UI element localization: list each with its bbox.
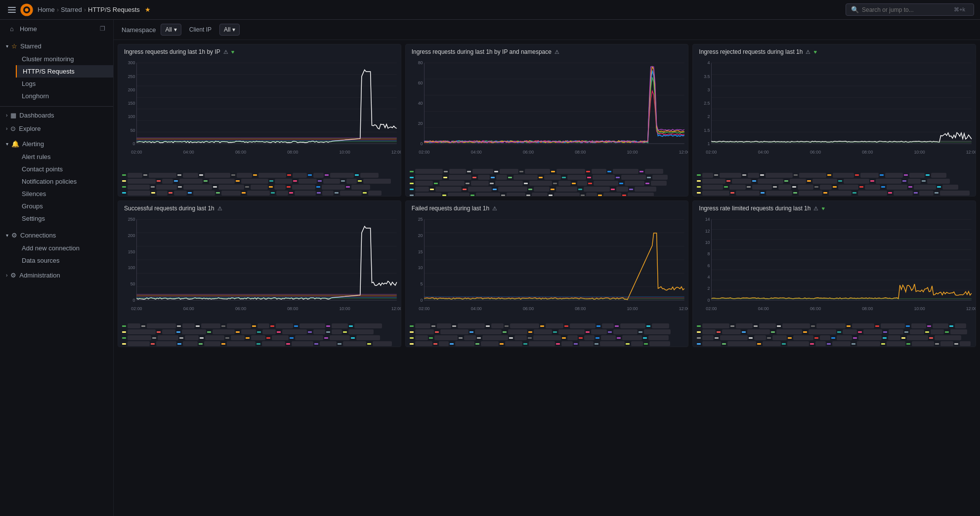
legend-item (904, 173, 925, 178)
alert-icon[interactable]: ⚠ (223, 49, 228, 55)
alert-icon[interactable]: ⚠ (217, 205, 222, 212)
sidebar-collapse-icon[interactable]: ❐ (100, 25, 105, 32)
heart-icon[interactable]: ♥ (821, 205, 825, 211)
sidebar-item-data-sources[interactable]: Data sources (16, 254, 113, 267)
sidebar-explore-group[interactable]: › ⊙ Explore (0, 122, 113, 135)
legend-item (588, 181, 618, 186)
panel-panel1: Ingress requests during last 1h by IP ⚠ … (118, 44, 401, 197)
alert-icon[interactable]: ⚠ (813, 205, 818, 212)
legend-item (410, 193, 441, 196)
legend-item (290, 335, 323, 340)
legend-item (122, 341, 150, 346)
legend-item (176, 329, 206, 334)
svg-text:2: 2 (708, 286, 710, 291)
svg-text:1.5: 1.5 (704, 128, 710, 133)
sidebar-item-cluster-monitoring[interactable]: Cluster monitoring (16, 53, 113, 65)
sidebar-connections-group[interactable]: ▾ ⚙ Connections (0, 229, 113, 242)
alert-icon[interactable]: ⚠ (806, 49, 810, 55)
breadcrumb-home[interactable]: Home (38, 6, 55, 13)
alert-icon[interactable]: ⚠ (492, 205, 497, 212)
legend-item (410, 335, 428, 340)
svg-text:300: 300 (128, 60, 135, 65)
legend-item (643, 335, 669, 340)
legend-item (767, 335, 787, 340)
legend-area (406, 167, 688, 196)
legend-item (257, 329, 276, 334)
sidebar-alerting-section: ▾ 🔔 Alerting Alert rules Contact points … (0, 135, 113, 227)
legend-item (122, 185, 150, 190)
sidebar-item-settings[interactable]: Settings (16, 212, 113, 225)
legend-item (486, 323, 504, 328)
svg-text:02:00: 02:00 (419, 150, 429, 155)
sidebar-item-add-connection[interactable]: Add new connection (16, 242, 113, 254)
legend-item (914, 191, 934, 196)
menu-toggle[interactable] (6, 5, 18, 15)
svg-text:60: 60 (418, 80, 423, 85)
alert-icon[interactable]: ⚠ (554, 49, 559, 55)
panel-title: Ingress rejected requests during last 1h (699, 48, 803, 55)
svg-text:20: 20 (418, 233, 423, 238)
search-bar[interactable]: 🔍 ⌘+k (846, 3, 974, 16)
sidebar-starred-group[interactable]: ▾ ☆ Starred (0, 40, 113, 53)
sidebar-item-https-requests[interactable]: HTTP/S Requests (16, 65, 113, 78)
svg-text:04:00: 04:00 (470, 306, 481, 311)
sidebar-item-notification-policies[interactable]: Notification policies (16, 175, 113, 188)
sidebar-item-silences[interactable]: Silences (16, 188, 113, 200)
legend-item (463, 187, 492, 192)
svg-text:14: 14 (705, 217, 710, 222)
sidebar-administration-group[interactable]: › ⚙ Administration (0, 269, 113, 282)
legend-item (782, 341, 809, 346)
sidebar-item-groups[interactable]: Groups (16, 200, 113, 212)
legend-item (326, 323, 348, 328)
legend-item (459, 335, 476, 340)
legend-item (122, 329, 156, 334)
legend-item (807, 179, 838, 184)
sidebar-item-contact-points[interactable]: Contact points (16, 163, 113, 175)
namespace-filter[interactable]: All ▾ (161, 24, 181, 36)
svg-text:12:00: 12:00 (966, 150, 976, 155)
sidebar-item-home[interactable]: ⌂ Home ❐ (0, 22, 113, 36)
legend-item (444, 169, 466, 174)
legend-item (616, 175, 646, 180)
legend-item (199, 341, 220, 346)
svg-text:80: 80 (418, 60, 423, 65)
legend-item (245, 185, 268, 190)
heart-icon[interactable]: ♥ (231, 49, 235, 55)
breadcrumb-starred[interactable]: Starred (61, 6, 82, 13)
svg-text:150: 150 (128, 101, 135, 106)
legend-item (343, 329, 373, 334)
search-input[interactable] (862, 6, 951, 13)
legend-item (200, 335, 224, 340)
panel-header: Failed requests during last 1h ⚠ (406, 201, 688, 214)
clientip-filter[interactable]: All ▾ (219, 24, 240, 36)
legend-item (925, 329, 944, 334)
legend-item (749, 335, 766, 340)
legend-item (761, 191, 792, 196)
sidebar-dashboards-group[interactable]: › ▦ Dashboards (0, 109, 113, 122)
https-requests-label: HTTP/S Requests (23, 68, 75, 75)
legend-item (697, 185, 723, 190)
star-icon[interactable]: ★ (145, 6, 151, 13)
panel-panel4: Successful requests during last 1h ⚠ 250… (118, 200, 401, 347)
longhorn-label: Longhorn (22, 92, 49, 100)
legend-item (730, 323, 753, 328)
panel-header: Successful requests during last 1h ⚠ (118, 201, 401, 214)
sidebar-item-alert-rules[interactable]: Alert rules (16, 151, 113, 163)
sidebar-item-longhorn[interactable]: Longhorn (16, 90, 113, 102)
legend-item (231, 173, 252, 178)
sidebar-divider-1 (0, 106, 113, 107)
legend-item (697, 329, 715, 334)
sidebar-item-logs[interactable]: Logs (16, 78, 113, 90)
svg-text:50: 50 (130, 128, 135, 133)
legend-item (122, 173, 142, 178)
chevron-down-icon-conn: ▾ (6, 233, 8, 238)
svg-text:10:00: 10:00 (914, 150, 925, 155)
sidebar-alerting-group[interactable]: ▾ 🔔 Alerting (0, 137, 113, 151)
svg-text:150: 150 (128, 249, 135, 254)
legend-item (553, 181, 570, 186)
legend-item (207, 329, 235, 334)
heart-icon[interactable]: ♥ (813, 49, 817, 55)
svg-text:06:00: 06:00 (235, 150, 246, 155)
legend-item (177, 341, 198, 346)
svg-text:02:00: 02:00 (131, 306, 142, 311)
